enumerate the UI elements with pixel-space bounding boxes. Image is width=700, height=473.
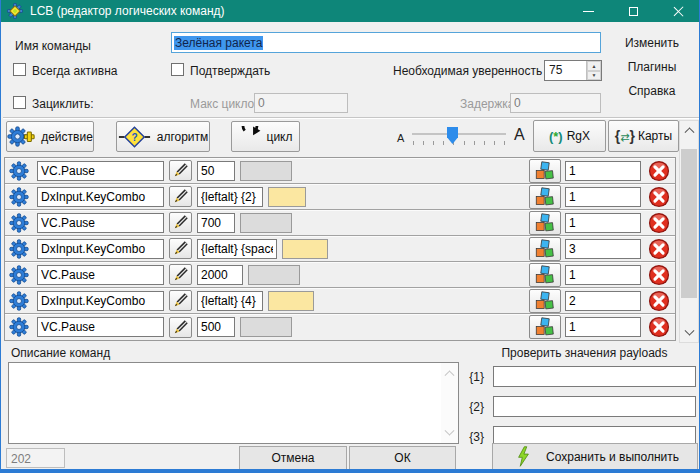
scrollbar-thumb[interactable] <box>681 149 697 298</box>
add-action-label: действие <box>41 130 93 144</box>
spin-down-button[interactable]: ▼ <box>587 71 601 81</box>
link-edit[interactable]: Изменить <box>609 36 695 50</box>
always-active-checkbox[interactable] <box>13 63 26 76</box>
loop-checkbox[interactable] <box>13 96 26 109</box>
repeat-count-input[interactable] <box>565 161 641 181</box>
maximize-button[interactable] <box>611 0 656 22</box>
delete-icon <box>648 238 670 260</box>
repeat-count-input[interactable] <box>565 213 641 233</box>
payload-extra-field[interactable] <box>268 291 314 311</box>
payload-2-input[interactable] <box>493 396 696 417</box>
chevron-down-icon <box>684 326 694 336</box>
payload-1-input[interactable] <box>493 366 696 387</box>
add-algorithm-button[interactable]: алгоритм <box>116 121 210 152</box>
payload-builder-button[interactable] <box>529 237 561 261</box>
save-and-run-button[interactable]: Сохранить и выполнить <box>492 443 698 470</box>
payload-extra-field[interactable] <box>282 239 328 259</box>
link-help[interactable]: Справка <box>609 84 695 98</box>
gear-plus-icon <box>7 125 35 148</box>
payload-input[interactable] <box>197 213 235 233</box>
delete-row-button[interactable] <box>647 263 670 286</box>
edit-payload-button[interactable] <box>169 290 192 311</box>
max-cycles-input[interactable] <box>254 93 348 113</box>
add-cycle-button[interactable]: цикл <box>231 121 300 152</box>
ok-button[interactable]: ОК <box>349 446 456 470</box>
command-name-input[interactable]: Зелёная ракета <box>171 32 601 53</box>
command-row-2 <box>5 184 675 210</box>
payload-input[interactable] <box>197 317 235 337</box>
payload-builder-button[interactable] <box>529 159 561 183</box>
delete-row-button[interactable] <box>647 316 670 339</box>
add-action-button[interactable]: действие <box>6 121 94 152</box>
maps-button[interactable]: {⇄} Карты <box>608 120 679 152</box>
command-input[interactable] <box>37 187 164 207</box>
link-plugins[interactable]: Плагины <box>609 60 695 74</box>
cubes-icon <box>535 239 555 259</box>
payload-builder-button[interactable] <box>529 185 561 209</box>
delete-icon <box>648 212 670 234</box>
font-size-slider-track[interactable] <box>412 133 506 135</box>
maximize-icon <box>629 7 638 16</box>
payload-input[interactable] <box>197 239 277 259</box>
payload-input[interactable] <box>197 187 263 207</box>
payload-input[interactable] <box>197 265 243 285</box>
spin-up-button[interactable]: ▲ <box>587 61 601 71</box>
command-input[interactable] <box>37 265 164 285</box>
rows-scrollbar[interactable] <box>679 120 699 343</box>
cancel-button[interactable]: Отмена <box>239 446 347 470</box>
payload-builder-button[interactable] <box>529 289 561 313</box>
scroll-up-button[interactable] <box>680 121 698 138</box>
rgx-button[interactable]: (*) RgX <box>533 120 606 152</box>
pencil-icon <box>172 319 189 336</box>
payload-builder-button[interactable] <box>529 263 561 287</box>
repeat-count-input[interactable] <box>565 317 641 337</box>
payload-builder-button[interactable] <box>529 211 561 235</box>
command-input[interactable] <box>37 317 164 337</box>
edit-payload-button[interactable] <box>169 212 192 233</box>
repeat-count-input[interactable] <box>565 265 641 285</box>
confirm-checkbox[interactable] <box>171 63 184 76</box>
delete-icon <box>648 160 670 182</box>
delete-row-button[interactable] <box>647 237 670 260</box>
edit-payload-button[interactable] <box>169 264 192 285</box>
delete-row-button[interactable] <box>647 159 670 182</box>
payload-extra-field[interactable] <box>268 187 306 207</box>
cycle-arrow-icon <box>239 126 261 147</box>
confidence-spinner[interactable]: 75 ▲ ▼ <box>544 60 602 81</box>
confirm-label: Подтверждать <box>190 64 270 78</box>
command-row-4 <box>5 236 675 262</box>
delete-row-button[interactable] <box>647 211 670 234</box>
payload-1-label: {1} <box>456 370 484 384</box>
edit-payload-button[interactable] <box>169 238 192 259</box>
edit-payload-button[interactable] <box>169 317 192 338</box>
delete-icon <box>648 186 670 208</box>
repeat-count-input[interactable] <box>565 239 641 259</box>
minimize-button[interactable] <box>566 0 611 22</box>
payload-builder-button[interactable] <box>529 315 561 339</box>
command-input[interactable] <box>37 291 164 311</box>
font-size-small-label: A <box>397 132 404 144</box>
scroll-down-button[interactable] <box>680 325 698 342</box>
delete-row-button[interactable] <box>647 185 670 208</box>
payload-check-label: Проверить значения payloads <box>471 346 698 360</box>
edit-payload-button[interactable] <box>169 186 192 207</box>
payload-input[interactable] <box>197 161 235 181</box>
repeat-count-input[interactable] <box>565 187 641 207</box>
delay-input[interactable] <box>510 93 601 113</box>
command-input[interactable] <box>37 161 164 181</box>
lightning-icon <box>517 446 530 467</box>
command-input[interactable] <box>37 239 164 259</box>
command-input[interactable] <box>37 213 164 233</box>
delete-row-button[interactable] <box>647 289 670 312</box>
payload-input[interactable] <box>197 291 263 311</box>
delete-icon <box>648 264 670 286</box>
description-textarea[interactable] <box>9 363 441 443</box>
edit-payload-button[interactable] <box>169 160 192 181</box>
max-cycles-label: Макс циклов <box>190 97 261 111</box>
command-row-3 <box>5 210 675 236</box>
confidence-label: Необходимая уверенность <box>393 64 542 78</box>
gear-icon <box>9 317 29 337</box>
close-button[interactable] <box>656 0 700 22</box>
payload-3-label: {3} <box>456 430 484 444</box>
repeat-count-input[interactable] <box>565 291 641 311</box>
